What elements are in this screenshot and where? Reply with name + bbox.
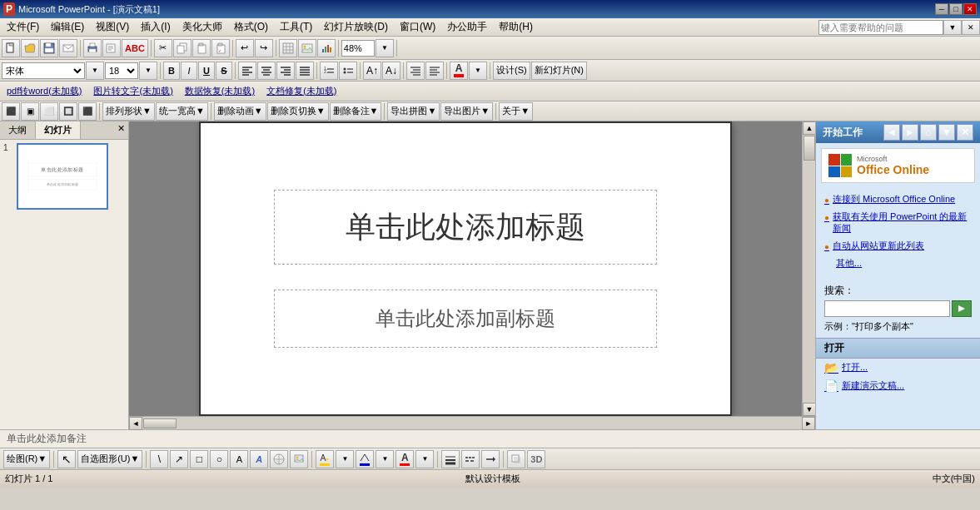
new-slide-button[interactable]: 新幻灯片(N) bbox=[531, 62, 587, 80]
underline-button[interactable]: U bbox=[198, 62, 215, 80]
menu-window[interactable]: 窗口(W) bbox=[395, 18, 440, 36]
font-color-draw-button[interactable]: A bbox=[395, 450, 414, 468]
export-puzzle-button[interactable]: 导出拼图▼ bbox=[387, 102, 440, 121]
menu-beautify[interactable]: 美化大师 bbox=[177, 18, 227, 36]
scroll-right-arrow[interactable]: ► bbox=[802, 417, 815, 430]
rp-link-1[interactable]: ● 连接到 Microsoft Office Online bbox=[824, 193, 972, 205]
dash-style-button[interactable] bbox=[461, 450, 480, 468]
line-color-button[interactable] bbox=[356, 450, 374, 468]
notes-bar[interactable]: 单击此处添加备注 bbox=[0, 429, 980, 448]
extra-icon3[interactable]: ⬜ bbox=[40, 102, 58, 121]
rp-search-input[interactable] bbox=[824, 300, 950, 317]
help-search-button[interactable]: ▼ bbox=[943, 20, 962, 35]
insert-image-button[interactable] bbox=[298, 39, 316, 57]
font-name-dropdown[interactable]: ▼ bbox=[86, 62, 104, 80]
insert-chart-button[interactable] bbox=[317, 39, 336, 57]
export-image-button[interactable]: 导出图片▼ bbox=[440, 102, 493, 121]
zoom-input[interactable] bbox=[341, 40, 375, 57]
fill-color-button[interactable] bbox=[316, 450, 334, 468]
align-center-button[interactable] bbox=[257, 62, 276, 80]
insert-table-button[interactable] bbox=[279, 39, 297, 57]
print-button[interactable] bbox=[83, 39, 102, 57]
rp-other-link[interactable]: 其他... bbox=[824, 257, 972, 269]
minimize-button[interactable]: ─ bbox=[935, 3, 948, 15]
help-close-button[interactable]: ✕ bbox=[962, 20, 980, 35]
shadow-button[interactable] bbox=[507, 450, 525, 468]
zoom-dropdown[interactable]: ▼ bbox=[376, 39, 394, 57]
addon-data-recover[interactable]: 数据恢复(未加载) bbox=[180, 84, 260, 98]
rect-tool[interactable]: □ bbox=[190, 450, 208, 468]
undo-button[interactable]: ↩ bbox=[236, 39, 254, 57]
help-search-input[interactable] bbox=[818, 20, 943, 35]
menu-edit[interactable]: 编辑(E) bbox=[46, 18, 89, 36]
slide-preview-1[interactable]: 单击此处添加标题 单击此处添加副标题 bbox=[17, 143, 108, 210]
hscroll-thumb[interactable] bbox=[143, 418, 177, 428]
right-panel-close-button[interactable]: ✕ bbox=[957, 124, 973, 141]
fill-color-dropdown[interactable]: ▼ bbox=[336, 450, 354, 468]
menu-file[interactable]: 文件(F) bbox=[2, 18, 44, 36]
close-panel-button[interactable]: ✕ bbox=[114, 121, 128, 139]
arrow-style-button[interactable] bbox=[481, 450, 500, 468]
rp-search-go-button[interactable] bbox=[952, 300, 972, 317]
extra-icon1[interactable]: ⬛ bbox=[2, 102, 20, 121]
slide-thumbnail-1[interactable]: 1 单击此处添加标题 单击此处添加副标题 bbox=[3, 143, 125, 210]
line-style-button[interactable] bbox=[441, 450, 460, 468]
arrow-tool[interactable]: ↗ bbox=[170, 450, 188, 468]
open-button[interactable] bbox=[21, 39, 39, 57]
rp-link-2[interactable]: ● 获取有关使用 PowerPoint 的最新新闻 bbox=[824, 210, 972, 235]
oval-tool[interactable]: ○ bbox=[210, 450, 228, 468]
paste-button[interactable] bbox=[192, 39, 211, 57]
increase-font-button[interactable]: A↑ bbox=[363, 62, 381, 80]
copy-button[interactable] bbox=[173, 39, 192, 57]
stage-vertical-scrollbar[interactable]: ▲ ▼ bbox=[802, 121, 815, 416]
tab-slides[interactable]: 幻灯片 bbox=[36, 121, 81, 139]
right-panel-back-button[interactable]: ◄ bbox=[883, 124, 900, 141]
addon-img-text[interactable]: 图片转文字(未加载) bbox=[88, 84, 177, 98]
arrange-shapes-button[interactable]: 排列形状▼ bbox=[102, 102, 155, 121]
line-color-dropdown[interactable]: ▼ bbox=[376, 450, 394, 468]
right-panel-forward-button[interactable]: ► bbox=[902, 124, 918, 141]
bold-button[interactable]: B bbox=[163, 62, 180, 80]
scroll-up-arrow[interactable]: ▲ bbox=[803, 121, 815, 135]
new-button[interactable] bbox=[2, 39, 20, 57]
number-list-button[interactable]: 1.2. bbox=[320, 62, 338, 80]
align-right-button[interactable] bbox=[276, 62, 295, 80]
extra-icon2[interactable]: ▣ bbox=[21, 102, 39, 121]
subtitle-placeholder[interactable]: 单击此处添加副标题 bbox=[274, 290, 657, 348]
menu-slideshow[interactable]: 幻灯片放映(D) bbox=[319, 18, 393, 36]
design-button[interactable]: 设计(S) bbox=[493, 62, 530, 80]
rp-new-button[interactable]: 📄 新建演示文稿... bbox=[816, 377, 980, 395]
menu-help[interactable]: 帮助(H) bbox=[494, 18, 538, 36]
indent-button[interactable] bbox=[406, 62, 425, 80]
extra-icon5[interactable]: ⬛ bbox=[78, 102, 97, 121]
maximize-button[interactable]: □ bbox=[949, 3, 963, 15]
font-size-dropdown[interactable]: ▼ bbox=[139, 62, 157, 80]
menu-insert[interactable]: 插入(I) bbox=[136, 18, 175, 36]
align-left-button[interactable] bbox=[238, 62, 256, 80]
spell-button[interactable]: ABC bbox=[122, 39, 148, 57]
addon-pdf-word[interactable]: pdf转word(未加载) bbox=[2, 84, 87, 98]
paste-special-button[interactable]: ✓ bbox=[211, 39, 230, 57]
font-color-dropdown[interactable]: ▼ bbox=[469, 62, 487, 80]
scroll-down-arrow[interactable]: ▼ bbox=[803, 403, 815, 416]
justify-button[interactable] bbox=[296, 62, 314, 80]
font-name-select[interactable]: 宋体 bbox=[2, 62, 85, 79]
3d-button[interactable]: 3D bbox=[527, 450, 545, 468]
slide-canvas[interactable]: 单击此处添加标题 单击此处添加副标题 bbox=[199, 121, 732, 416]
remove-notes-button[interactable]: 删除备注▼ bbox=[330, 102, 382, 121]
line-tool[interactable]: \ bbox=[150, 450, 168, 468]
font-size-select[interactable]: 18 bbox=[105, 62, 138, 79]
title-placeholder[interactable]: 单击此处添加标题 bbox=[274, 190, 657, 265]
redo-button[interactable]: ↪ bbox=[255, 39, 273, 57]
rp-open-button[interactable]: 📂 打开... bbox=[816, 359, 980, 377]
menu-view[interactable]: 视图(V) bbox=[91, 18, 134, 36]
select-tool[interactable]: ↖ bbox=[57, 450, 76, 468]
bullet-list-button[interactable] bbox=[339, 62, 357, 80]
italic-button[interactable]: I bbox=[181, 62, 197, 80]
menu-assistant[interactable]: 办公助手 bbox=[442, 18, 492, 36]
draw-dropdown-button[interactable]: 绘图(R)▼ bbox=[3, 450, 50, 468]
preview-button[interactable] bbox=[102, 39, 121, 57]
autoshapes-dropdown-button[interactable]: 自选图形(U)▼ bbox=[77, 450, 142, 468]
right-panel-home-button[interactable]: ⌂ bbox=[920, 124, 937, 141]
scroll-left-arrow[interactable]: ◄ bbox=[129, 417, 142, 430]
